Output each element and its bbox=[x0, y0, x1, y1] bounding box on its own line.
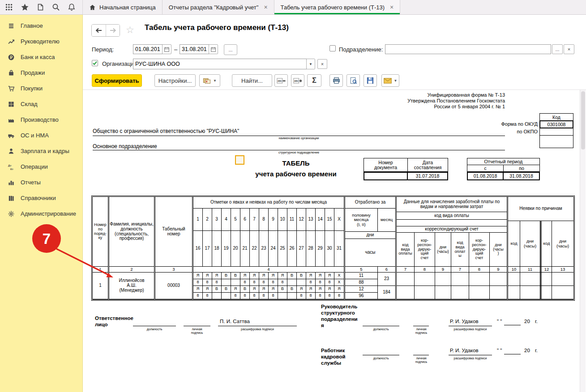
pay-cell bbox=[451, 286, 469, 299]
collapse-groups-button[interactable]: авс bbox=[274, 74, 288, 87]
period-from-input[interactable] bbox=[133, 44, 163, 54]
favorites-star-icon[interactable] bbox=[20, 2, 30, 12]
application-window: Начальная страница Отчеты раздела "Кадро… bbox=[0, 0, 586, 392]
attendance-hours-cell bbox=[297, 279, 306, 286]
sidebar-item-bank-cash[interactable]: Банк и касса bbox=[0, 49, 82, 65]
header-half-month: половину месяца (I, II) bbox=[345, 209, 378, 232]
department-input[interactable] bbox=[385, 44, 551, 54]
find-button[interactable]: Найти... bbox=[232, 74, 272, 87]
tab-bar: Начальная страница Отчеты раздела "Кадро… bbox=[83, 0, 400, 14]
day-number-cell: 7 bbox=[250, 209, 259, 231]
sidebar-item-label: Производство bbox=[21, 116, 59, 123]
sum-button[interactable]: Σ bbox=[307, 74, 321, 87]
attendance-mark-cell: Я bbox=[259, 286, 269, 293]
transcript-caption: расшифровка подписи bbox=[449, 357, 492, 360]
attendance-hours-cell: 8 bbox=[193, 279, 203, 286]
subdivision-underline bbox=[93, 150, 505, 150]
sidebar-item-reports[interactable]: Отчеты bbox=[0, 175, 82, 190]
organization-dropdown-button[interactable]: ▼ bbox=[306, 59, 315, 69]
transcript-caption: расшифровка подписи bbox=[218, 328, 297, 331]
header-hours: часы bbox=[345, 239, 395, 267]
col-number: 6 bbox=[378, 267, 395, 273]
sidebar-item-manager[interactable]: Руководителю bbox=[0, 34, 82, 49]
main-menu-icon[interactable] bbox=[4, 2, 14, 12]
day-number-cell: 15 bbox=[325, 209, 334, 231]
row-order-number: 1 bbox=[93, 273, 108, 299]
attendance-hours-cell: 8 bbox=[269, 279, 278, 286]
col-number: 9 bbox=[435, 267, 451, 273]
forward-button[interactable] bbox=[106, 25, 120, 36]
sidebar-item-fixed-assets[interactable]: ОС и НМА bbox=[0, 128, 82, 143]
tab-close-icon[interactable]: × bbox=[390, 4, 394, 10]
attendance-hours-cell bbox=[231, 279, 240, 286]
save-button[interactable] bbox=[364, 74, 377, 87]
organization-checkbox[interactable] bbox=[92, 60, 98, 66]
period-to-input[interactable] bbox=[180, 44, 209, 54]
send-email-button[interactable]: ▼ bbox=[381, 74, 399, 87]
sidebar-item-administration[interactable]: Администрирование bbox=[0, 206, 82, 222]
tab-timesheet-t13[interactable]: Табель учета рабочего времени (Т-13) × bbox=[274, 0, 401, 14]
scrollbar-thumb[interactable] bbox=[581, 91, 585, 149]
document-number-table: Номер документа Дата составления 31.07.2… bbox=[364, 158, 448, 180]
sidebar-item-operations[interactable]: ДтКт Операции bbox=[0, 159, 82, 175]
sidebar-item-main[interactable]: Главное bbox=[0, 18, 82, 34]
department-checkbox[interactable] bbox=[329, 45, 336, 51]
tab-label: Начальная страница bbox=[99, 4, 156, 11]
sidebar-item-references[interactable]: Справочники bbox=[0, 190, 82, 206]
absence-cell bbox=[540, 273, 552, 286]
period-to-calendar-button[interactable] bbox=[209, 44, 218, 54]
generate-button[interactable]: Сформировать bbox=[92, 74, 142, 87]
search-icon[interactable] bbox=[51, 2, 61, 12]
expand-groups-button[interactable]: авс bbox=[291, 74, 304, 87]
doc-num-value bbox=[364, 172, 408, 180]
tab-home[interactable]: Начальная страница bbox=[83, 0, 163, 14]
back-button[interactable] bbox=[92, 25, 106, 36]
attendance-mark-cell: В bbox=[212, 286, 222, 293]
period-from-calendar-button[interactable] bbox=[162, 44, 171, 54]
sidebar-item-warehouse[interactable]: Склад bbox=[0, 96, 82, 112]
okpo-value bbox=[539, 128, 573, 136]
organization-clear-button[interactable]: × bbox=[317, 59, 327, 69]
organization-input[interactable] bbox=[133, 59, 307, 69]
sidebar-item-salary-hr[interactable]: Зарплата и кадры bbox=[0, 143, 82, 159]
attendance-hours-cell: 8 bbox=[250, 293, 259, 299]
preview-button[interactable] bbox=[346, 74, 360, 87]
absence-cell bbox=[552, 273, 573, 286]
attendance-mark-cell: В bbox=[287, 273, 297, 279]
worked-days-cell: 96 bbox=[345, 293, 378, 299]
attendance-mark-cell: Я bbox=[240, 273, 250, 279]
attendance-mark-cell: Я bbox=[193, 286, 203, 293]
worked-month-cell: 23 bbox=[378, 273, 395, 286]
header-personnel-number: Табельный номер bbox=[155, 197, 192, 267]
sidebar-item-sales[interactable]: Продажи bbox=[0, 65, 82, 81]
period-more-button[interactable]: ... bbox=[224, 44, 237, 55]
day-number-cell: 25 bbox=[278, 231, 287, 267]
header-worked: Отработано за bbox=[345, 197, 395, 209]
report-scrollbar[interactable] bbox=[580, 90, 586, 392]
sidebar-item-label: Отчеты bbox=[21, 179, 41, 186]
position-caption: должность bbox=[133, 328, 176, 331]
department-clear-button[interactable]: × bbox=[564, 44, 574, 54]
report-title-line1: ТАБЕЛЬ bbox=[229, 159, 363, 167]
envelope-icon bbox=[384, 78, 392, 84]
attendance-mark-cell: Я bbox=[193, 273, 203, 279]
form-approval-note: Унифицированная форма № Т-13 Утверждена … bbox=[407, 92, 505, 110]
tab-close-icon[interactable]: × bbox=[264, 4, 267, 10]
notifications-bell-icon[interactable] bbox=[67, 2, 77, 12]
report-variants-button[interactable]: ▼ bbox=[199, 74, 220, 87]
gear-icon bbox=[8, 210, 15, 217]
attendance-hours-cell: 8 bbox=[250, 279, 259, 286]
print-button[interactable] bbox=[329, 74, 343, 87]
attendance-hours-cell bbox=[222, 279, 231, 286]
favorite-star-icon[interactable]: ☆ bbox=[126, 25, 134, 35]
history-icon[interactable] bbox=[35, 2, 45, 12]
signature-line bbox=[363, 326, 399, 326]
settings-button[interactable]: Настройки... bbox=[154, 74, 196, 87]
worked-month-column: 23184 bbox=[378, 273, 395, 299]
department-more-button[interactable]: ... bbox=[552, 44, 563, 54]
attendance-hours-cell: 8 bbox=[240, 293, 250, 299]
tab-reports-hr[interactable]: Отчеты раздела "Кадровый учет" × bbox=[163, 0, 274, 14]
sidebar-item-production[interactable]: Производство bbox=[0, 112, 82, 128]
sidebar-item-purchases[interactable]: Покупки bbox=[0, 81, 82, 96]
rep-from-value: 01.08.2018 bbox=[467, 172, 504, 180]
